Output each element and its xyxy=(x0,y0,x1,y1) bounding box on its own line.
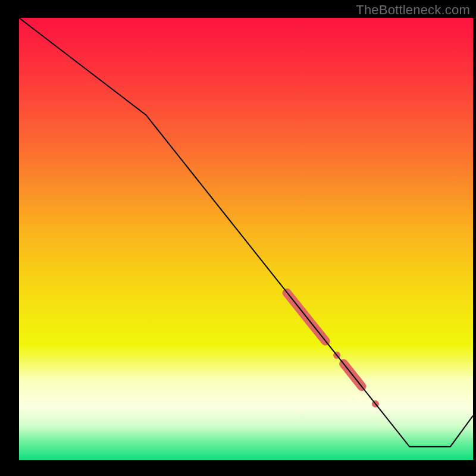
watermark-label: TheBottleneck.com xyxy=(356,2,470,18)
chart-svg xyxy=(0,0,476,476)
plot-background xyxy=(19,18,473,460)
chart-container: TheBottleneck.com xyxy=(0,0,476,476)
